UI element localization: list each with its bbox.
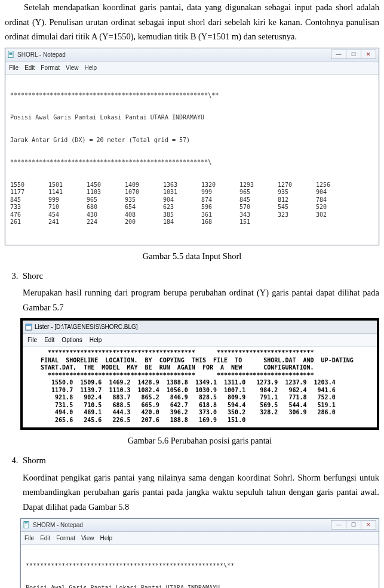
lister-window: Lister - [D:\TA\GENESIS\SHORC.BLG] File … [20, 318, 379, 430]
table-cell: 343 [239, 211, 278, 219]
close-button[interactable]: ✕ [361, 520, 376, 529]
menu-file[interactable]: File [9, 63, 19, 73]
table-row: 733710680654623596570545520 [10, 204, 374, 211]
table-cell: 733 [10, 204, 48, 211]
table-cell: 935 [278, 189, 316, 196]
shorm-paragraph: Koordinat pengikat garis pantai yang nil… [23, 470, 379, 515]
table-cell: 520 [316, 204, 354, 211]
table-cell: 845 [239, 196, 278, 204]
shorl-starline-top: ****************************************… [10, 92, 374, 100]
list-item-shorc: Shorc Merupakan hasil running dari progr… [20, 269, 379, 449]
table-cell: 261 [10, 218, 48, 226]
shorm-titlebar: SHORM - Notepad — ☐ ✕ [21, 519, 379, 532]
table-cell: 935 [125, 196, 163, 204]
list-title-shorc: Shorc [23, 271, 43, 281]
table-cell: 812 [278, 196, 316, 204]
table-cell: 385 [163, 211, 201, 219]
ordered-list: Shorc Merupakan hasil running dari progr… [5, 269, 379, 588]
table-row: 261241224200184168151 [10, 218, 374, 226]
table-cell: 654 [125, 204, 163, 211]
svg-rect-8 [25, 524, 28, 524]
table-cell [278, 218, 316, 226]
shorl-client-area[interactable]: ****************************************… [5, 75, 379, 245]
menu-options[interactable]: Options [62, 335, 82, 345]
table-cell: 1270 [278, 181, 316, 189]
window-buttons: — ☐ ✕ [331, 520, 376, 529]
menu-help[interactable]: Help [90, 335, 102, 345]
table-cell: 476 [10, 211, 48, 219]
lister-menubar: File Edit Options Help [23, 334, 377, 347]
table-cell: 241 [48, 218, 87, 226]
list-title-shorm: Shorm [23, 455, 46, 465]
figure-caption-5-6: Gambar 5.6 Perubahan posisi garis pantai [20, 433, 379, 448]
table-cell: 1141 [48, 189, 87, 196]
table-cell: 1450 [87, 181, 125, 189]
close-button[interactable]: ✕ [361, 50, 376, 59]
minimize-button[interactable]: — [331, 520, 346, 529]
table-row: 11771141110310701031999965935904 [10, 189, 374, 196]
shorl-titlebar: SHORL - Notepad — ☐ ✕ [5, 48, 379, 61]
shorm-client-area[interactable]: ****************************************… [21, 545, 379, 588]
lister-client-area[interactable]: ****************************************… [23, 347, 377, 427]
table-cell: 151 [239, 218, 278, 226]
table-cell: 1409 [125, 181, 163, 189]
menu-file[interactable]: File [24, 533, 34, 543]
lister-icon [25, 324, 32, 331]
table-cell: 454 [48, 211, 87, 219]
table-cell: 874 [201, 196, 239, 204]
menu-view[interactable]: View [81, 533, 94, 543]
table-cell: 596 [201, 204, 239, 211]
menu-file[interactable]: File [27, 335, 37, 345]
shorl-title-text: SHORL - Notepad [17, 50, 66, 60]
shorl-starline-mid: ****************************************… [10, 159, 374, 167]
shorm-menubar: File Edit Format View Help [21, 532, 379, 545]
table-cell: 545 [278, 204, 316, 211]
table-cell: 1256 [316, 181, 354, 189]
menu-help[interactable]: Help [85, 63, 97, 73]
table-cell: 430 [87, 211, 125, 219]
shorm-header-1: Posisi Awal Garis Pantai Lokasi Pantai U… [26, 584, 374, 588]
table-cell: 680 [87, 204, 125, 211]
maximize-button[interactable]: ☐ [346, 520, 361, 529]
table-cell: 999 [48, 196, 87, 204]
shorm-notepad-window: SHORM - Notepad — ☐ ✕ File Edit Format V… [20, 518, 379, 588]
table-cell: 408 [125, 211, 163, 219]
menu-format[interactable]: Format [41, 63, 60, 73]
menu-view[interactable]: View [66, 63, 79, 73]
table-cell: 965 [87, 196, 125, 204]
svg-rect-5 [26, 324, 32, 326]
table-cell: 1363 [163, 181, 201, 189]
shorl-menubar: File Edit Format View Help [5, 61, 379, 75]
intro-paragraph: Setelah mendapatkan koordinat garis pant… [5, 0, 379, 44]
shorl-notepad-window: SHORL - Notepad — ☐ ✕ File Edit Format V… [5, 48, 379, 245]
lister-titlebar: Lister - [D:\TA\GENESIS\SHORC.BLG] [23, 321, 377, 334]
document-page: Setelah mendapatkan koordinat garis pant… [0, 0, 384, 588]
table-cell: 784 [316, 196, 354, 204]
menu-edit[interactable]: Edit [24, 63, 35, 73]
minimize-button[interactable]: — [331, 50, 346, 59]
list-item-shorm: Shorm Koordinat pengikat garis pantai ya… [20, 453, 379, 588]
table-cell: 1550 [10, 181, 48, 189]
menu-edit[interactable]: Edit [40, 533, 50, 543]
menu-help[interactable]: Help [100, 533, 113, 543]
table-cell: 1177 [10, 189, 48, 196]
table-cell: 845 [10, 196, 48, 204]
shorl-header-2: Jarak Antar Grid (DX) = 20 meter (Total … [10, 137, 374, 144]
intro-line-1: Setelah mendapatkan koordinat garis pant… [24, 2, 312, 12]
table-cell: 1501 [48, 181, 87, 189]
menu-format[interactable]: Format [56, 533, 75, 543]
notepad-icon [23, 521, 30, 528]
table-cell: 1070 [125, 189, 163, 196]
table-cell: 184 [163, 218, 201, 226]
shorc-paragraph: Merupakan hasil running dari program ber… [23, 285, 379, 315]
shorl-data-rows: 1550150114501409136313201293127012561177… [10, 181, 374, 226]
svg-rect-1 [10, 52, 13, 53]
table-cell: 323 [278, 211, 316, 219]
table-cell: 570 [239, 204, 278, 211]
menu-edit[interactable]: Edit [44, 335, 54, 345]
maximize-button[interactable]: ☐ [346, 50, 361, 59]
table-cell: 1103 [87, 189, 125, 196]
table-cell: 224 [87, 218, 125, 226]
table-cell: 302 [316, 211, 354, 219]
shorm-title-text: SHORM - Notepad [33, 520, 83, 530]
